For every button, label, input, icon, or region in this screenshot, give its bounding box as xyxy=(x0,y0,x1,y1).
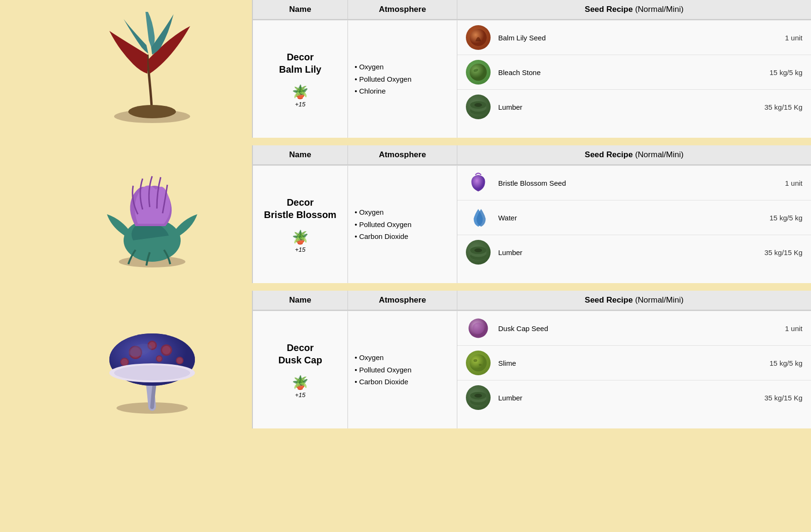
plant-decor-icon-dusk: 🪴 +15 xyxy=(292,375,309,399)
water-amount: 15 kg/5 kg xyxy=(750,214,802,222)
recipe-item-dusk-seed: Dusk Cap Seed 1 unit xyxy=(457,311,811,346)
lumber-name-3: Lumber xyxy=(498,394,750,402)
recipe-header-bold-bristle: Seed Recipe xyxy=(585,150,633,159)
col-name-header-bristle: Name xyxy=(253,145,348,164)
svg-point-16 xyxy=(474,248,482,252)
plant-image-dusk-cap xyxy=(52,291,252,428)
plant-row-dusk-cap: Name Atmosphere Seed Recipe (Normal/Mini… xyxy=(52,291,811,428)
name-header-label-dusk: Name xyxy=(289,295,311,304)
col-name-bristle-blossom: Decor Bristle Blossom 🪴 +15 xyxy=(253,166,348,283)
balm-lily-seed-amount: 1 unit xyxy=(750,34,802,42)
bristle-blossom-seed-icon xyxy=(466,171,491,195)
svg-point-10 xyxy=(474,103,482,107)
lumber-amount-2: 35 kg/15 Kg xyxy=(750,248,802,256)
page-wrapper: Name Atmosphere Seed Recipe (Normal/Mini… xyxy=(0,0,811,532)
lumber-icon-3 xyxy=(466,385,491,410)
atm-item-bristle-3: • Carbon Dioxide xyxy=(355,230,450,243)
plant-section-bristle-blossom: Name Atmosphere Seed Recipe (Normal/Mini… xyxy=(52,145,811,283)
left-sidebar xyxy=(0,0,52,532)
header-row-balm-lily: Name Atmosphere Seed Recipe (Normal/Mini… xyxy=(253,0,811,20)
col-recipe-header-balm-lily: Seed Recipe (Normal/Mini) xyxy=(457,0,811,19)
atm-item-dusk-3: • Carbon Dioxide xyxy=(355,376,450,388)
dusk-cap-seed-name: Dusk Cap Seed xyxy=(498,324,750,332)
col-atm-dusk-cap: • Oxygen • Polluted Oxygen • Carbon Diox… xyxy=(348,311,457,428)
bleach-stone-amount: 15 kg/5 kg xyxy=(750,68,802,76)
plant-name-bristle-blossom: Decor Bristle Blossom xyxy=(264,196,336,221)
decor-value-balm-lily: +15 xyxy=(295,101,305,108)
slime-amount: 15 kg/5 kg xyxy=(750,359,802,367)
lumber-amount-1: 35 kg/15 Kg xyxy=(750,103,802,111)
atm-item-3: • Chlorine xyxy=(355,85,450,97)
col-atm-header-dusk: Atmosphere xyxy=(348,291,457,310)
atm-item-2: • Polluted Oxygen xyxy=(355,73,450,86)
balm-lily-seed-name: Balm Lily Seed xyxy=(498,34,750,42)
recipe-header-note-dusk: (Normal/Mini) xyxy=(635,295,684,304)
recipe-item-balm-lily-seed: Balm Lily Seed 1 unit xyxy=(457,20,811,55)
svg-point-44 xyxy=(474,394,482,398)
decor-value-dusk: +15 xyxy=(295,391,305,399)
atm-item-bristle-2: • Polluted Oxygen xyxy=(355,218,450,231)
data-row-balm-lily: Decor Balm Lily 🪴 +15 • Oxygen • Pollute… xyxy=(253,20,811,138)
bristle-blossom-illustration xyxy=(86,157,219,271)
col-name-header-dusk: Name xyxy=(253,291,348,310)
lumber-amount-3: 35 kg/15 Kg xyxy=(750,394,802,402)
slime-icon xyxy=(466,351,491,375)
balm-lily-illustration xyxy=(86,12,219,126)
col-recipe-bristle-blossom: Bristle Blossom Seed 1 unit xyxy=(457,166,811,283)
col-atm-header-bristle: Atmosphere xyxy=(348,145,457,164)
dusk-cap-seed-icon xyxy=(466,316,491,341)
bleach-stone-icon xyxy=(466,60,491,85)
table-area-bristle-blossom: Name Atmosphere Seed Recipe (Normal/Mini… xyxy=(252,145,811,283)
plant-decor-icon-balm-lily: 🪴 +15 xyxy=(292,84,309,108)
atm-item-dusk-1: • Oxygen xyxy=(355,352,450,364)
svg-point-40 xyxy=(479,364,482,366)
separator-1 xyxy=(52,142,811,145)
recipe-header-note-bristle: (Normal/Mini) xyxy=(635,150,684,159)
svg-point-5 xyxy=(470,64,487,81)
col-recipe-header-bristle: Seed Recipe (Normal/Mini) xyxy=(457,145,811,164)
dusk-cap-seed-amount: 1 unit xyxy=(750,324,802,332)
atm-item-bristle-1: • Oxygen xyxy=(355,206,450,218)
name-header-label-bristle: Name xyxy=(289,150,311,159)
data-row-dusk-cap: Decor Dusk Cap 🪴 +15 • Oxygen • Polluted… xyxy=(253,311,811,428)
plant-decor-icon-bristle: 🪴 +15 xyxy=(292,229,309,253)
recipe-header-note: (Normal/Mini) xyxy=(635,5,684,14)
balm-lily-seed-icon xyxy=(466,25,491,50)
bristle-blossom-seed-amount: 1 unit xyxy=(750,179,802,187)
col-recipe-dusk-cap: Dusk Cap Seed 1 unit xyxy=(457,311,811,428)
slime-name: Slime xyxy=(498,359,750,367)
water-name: Water xyxy=(498,214,750,222)
dusk-cap-illustration xyxy=(86,303,219,417)
decor-value-bristle: +15 xyxy=(295,246,305,253)
col-recipe-balm-lily: Balm Lily Seed 1 unit xyxy=(457,20,811,138)
atm-item-1: • Oxygen xyxy=(355,61,450,73)
bristle-blossom-seed-name: Bristle Blossom Seed xyxy=(498,179,750,187)
main-content: Name Atmosphere Seed Recipe (Normal/Mini… xyxy=(52,0,811,532)
svg-point-27 xyxy=(121,359,128,365)
plant-row-balm-lily: Name Atmosphere Seed Recipe (Normal/Mini… xyxy=(52,0,811,138)
svg-point-29 xyxy=(177,358,183,363)
water-icon xyxy=(466,205,491,230)
atm-header-label-dusk: Atmosphere xyxy=(379,295,426,304)
plant-name-balm-lily: Decor Balm Lily xyxy=(279,51,321,76)
recipe-header-bold: Seed Recipe xyxy=(585,5,633,14)
svg-point-23 xyxy=(162,346,171,354)
plant-image-bristle-blossom xyxy=(52,145,252,283)
atm-header-label-bristle: Atmosphere xyxy=(379,150,426,159)
table-area-balm-lily: Name Atmosphere Seed Recipe (Normal/Mini… xyxy=(252,0,811,138)
col-name-balm-lily: Decor Balm Lily 🪴 +15 xyxy=(253,20,348,138)
recipe-item-bristle-seed: Bristle Blossom Seed 1 unit xyxy=(457,166,811,200)
name-header-label: Name xyxy=(289,5,311,14)
col-atm-bristle-blossom: • Oxygen • Polluted Oxygen • Carbon Diox… xyxy=(348,166,457,283)
lumber-name-1: Lumber xyxy=(498,103,750,111)
plant-name-dusk-cap: Decor Dusk Cap xyxy=(278,342,322,366)
lumber-icon-1 xyxy=(466,95,491,119)
col-recipe-header-dusk: Seed Recipe (Normal/Mini) xyxy=(457,291,811,310)
svg-point-38 xyxy=(470,354,487,371)
plant-image-balm-lily xyxy=(52,0,252,138)
col-atm-balm-lily: • Oxygen • Polluted Oxygen • Chlorine xyxy=(348,20,457,138)
header-row-bristle-blossom: Name Atmosphere Seed Recipe (Normal/Mini… xyxy=(253,145,811,165)
col-name-header-balm-lily: Name xyxy=(253,0,348,19)
bleach-stone-name: Bleach Stone xyxy=(498,68,750,76)
recipe-item-bleach-stone: Bleach Stone 15 kg/5 kg xyxy=(457,55,811,90)
